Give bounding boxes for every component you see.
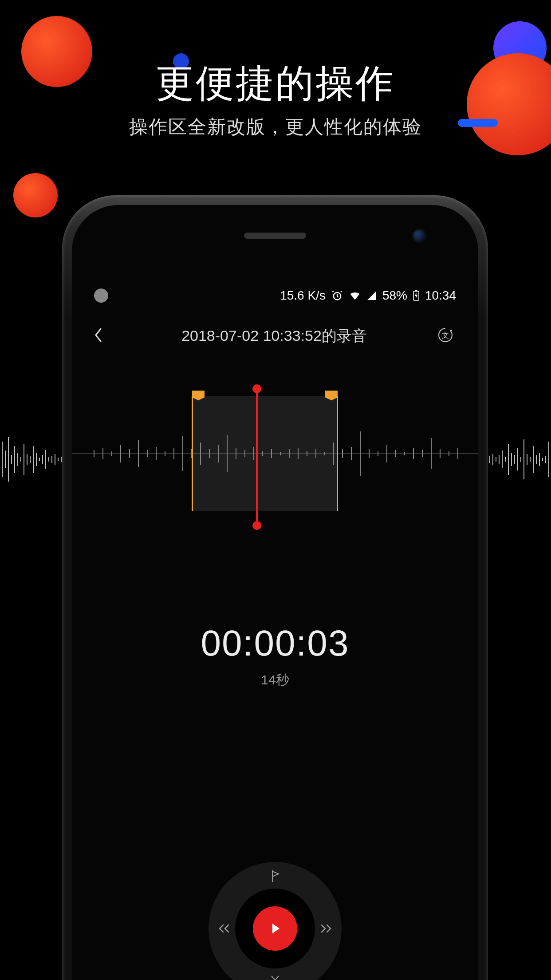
status-battery-pct: 58% bbox=[382, 288, 407, 303]
waveform-editor[interactable] bbox=[72, 383, 478, 525]
phone-frame: 15.6 K/s 58% bbox=[62, 195, 488, 980]
promo-subtitle: 操作区全新改版，更人性化的体验 bbox=[0, 115, 551, 139]
status-indicator-dot bbox=[94, 288, 108, 303]
alarm-icon bbox=[331, 289, 343, 302]
app-header: 2018-07-02 10:33:52的录音 文 bbox=[94, 320, 456, 352]
rewind-button[interactable] bbox=[216, 921, 232, 937]
waveform-decoration-right bbox=[480, 433, 551, 486]
phone-screen: 15.6 K/s 58% bbox=[72, 205, 478, 980]
phone-speaker bbox=[244, 233, 306, 239]
play-icon bbox=[267, 921, 283, 937]
signal-icon bbox=[366, 290, 377, 301]
decorative-blue-bar bbox=[458, 119, 498, 127]
trim-cut-button[interactable] bbox=[267, 973, 283, 980]
playhead-cap-bottom bbox=[252, 521, 261, 530]
playhead-cap-top bbox=[252, 384, 261, 393]
svg-text:文: 文 bbox=[442, 332, 449, 339]
trim-selection[interactable] bbox=[192, 396, 338, 511]
wifi-icon bbox=[349, 289, 361, 302]
bg-circle-red-mid bbox=[13, 173, 58, 217]
total-duration: 14秒 bbox=[72, 671, 478, 689]
fast-forward-button[interactable] bbox=[319, 921, 335, 937]
elapsed-time: 00:00:03 bbox=[72, 622, 478, 664]
status-bar: 15.6 K/s 58% bbox=[94, 285, 456, 306]
waveform-decoration-left bbox=[0, 433, 71, 486]
trim-handle-end[interactable] bbox=[325, 391, 338, 400]
promo-title: 更便捷的操作 bbox=[0, 58, 551, 110]
back-button[interactable] bbox=[94, 327, 112, 345]
svg-rect-44 bbox=[415, 290, 417, 291]
flag-marker-button[interactable] bbox=[267, 868, 283, 884]
trim-handle-start[interactable] bbox=[192, 391, 205, 400]
recording-title: 2018-07-02 10:33:52的录音 bbox=[112, 326, 437, 346]
status-time: 10:34 bbox=[425, 288, 456, 303]
playhead[interactable] bbox=[256, 388, 258, 525]
battery-charging-icon bbox=[413, 290, 420, 301]
phone-camera bbox=[413, 230, 425, 241]
translate-button[interactable]: 文 bbox=[437, 326, 456, 346]
play-button[interactable] bbox=[253, 906, 297, 951]
control-wheel bbox=[209, 862, 342, 980]
status-net-speed: 15.6 K/s bbox=[280, 288, 326, 303]
